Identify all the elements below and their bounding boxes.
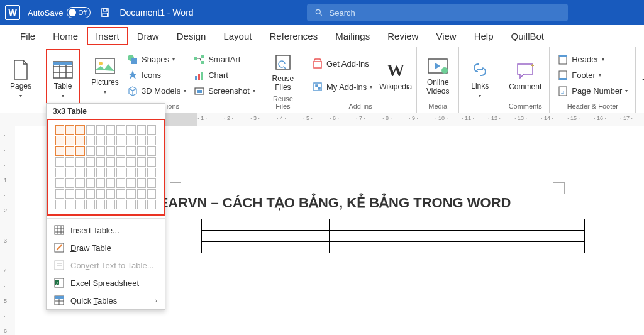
- grid-cell[interactable]: [65, 146, 74, 156]
- tab-home[interactable]: Home: [44, 27, 87, 45]
- my-addins-button[interactable]: My Add-ins ▾: [309, 80, 375, 94]
- tab-layout[interactable]: Layout: [214, 27, 260, 45]
- grid-cell[interactable]: [147, 168, 156, 177]
- insert-table-item[interactable]: Insert Table...: [47, 221, 165, 239]
- grid-cell[interactable]: [75, 136, 84, 145]
- grid-cell[interactable]: [96, 168, 105, 177]
- grid-cell[interactable]: [147, 125, 156, 135]
- grid-cell[interactable]: [126, 200, 135, 209]
- table-cell[interactable]: [457, 242, 585, 253]
- grid-cell[interactable]: [96, 125, 105, 135]
- page-number-button[interactable]: #Page Number ▾: [555, 84, 630, 98]
- table-cell[interactable]: [330, 231, 457, 242]
- grid-cell[interactable]: [106, 178, 115, 188]
- grid-cell[interactable]: [106, 125, 115, 135]
- tab-draw[interactable]: Draw: [128, 27, 168, 45]
- footer-button[interactable]: Footer ▾: [555, 69, 630, 82]
- grid-cell[interactable]: [106, 157, 115, 167]
- tab-file[interactable]: File: [11, 27, 44, 45]
- tab-mailings[interactable]: Mailings: [326, 27, 379, 45]
- grid-cell[interactable]: [86, 178, 95, 188]
- tab-quillbot[interactable]: QuillBot: [502, 27, 553, 45]
- grid-cell[interactable]: [96, 136, 105, 145]
- table-button[interactable]: Table▾: [46, 49, 80, 109]
- grid-cell[interactable]: [147, 189, 156, 199]
- grid-cell[interactable]: [96, 178, 105, 188]
- grid-cell[interactable]: [116, 178, 125, 188]
- grid-cell[interactable]: [116, 157, 125, 167]
- grid-cell[interactable]: [55, 125, 64, 135]
- grid-cell[interactable]: [75, 157, 84, 167]
- grid-cell[interactable]: [86, 136, 95, 145]
- grid-cell[interactable]: [75, 125, 84, 135]
- grid-cell[interactable]: [86, 168, 95, 177]
- grid-cell[interactable]: [126, 189, 135, 199]
- grid-cell[interactable]: [86, 125, 95, 135]
- grid-cell[interactable]: [116, 168, 125, 177]
- grid-cell[interactable]: [86, 157, 95, 167]
- grid-cell[interactable]: [55, 157, 64, 167]
- get-addins-button[interactable]: Get Add-ins: [309, 57, 375, 70]
- table-cell[interactable]: [202, 242, 330, 253]
- text-box-button[interactable]: A Text Box▾: [640, 49, 644, 101]
- grid-cell[interactable]: [65, 178, 74, 188]
- table-cell[interactable]: [202, 219, 330, 231]
- draw-table-item[interactable]: Draw Table: [47, 239, 165, 256]
- grid-cell[interactable]: [106, 168, 115, 177]
- smartart-button[interactable]: SmartArt: [191, 53, 258, 67]
- grid-cell[interactable]: [116, 200, 125, 209]
- document-table[interactable]: [201, 219, 585, 253]
- grid-cell[interactable]: [75, 200, 84, 209]
- table-cell[interactable]: [330, 219, 457, 231]
- grid-cell[interactable]: [116, 136, 125, 145]
- grid-cell[interactable]: [126, 136, 135, 145]
- wikipedia-button[interactable]: W Wikipedia: [379, 49, 413, 101]
- grid-cell[interactable]: [137, 146, 146, 156]
- grid-cell[interactable]: [116, 189, 125, 199]
- table-grid-picker[interactable]: [47, 119, 165, 216]
- grid-cell[interactable]: [75, 146, 84, 156]
- pictures-button[interactable]: Pictures▾: [88, 49, 122, 101]
- grid-cell[interactable]: [86, 200, 95, 209]
- grid-cell[interactable]: [126, 168, 135, 177]
- grid-cell[interactable]: [147, 146, 156, 156]
- excel-spreadsheet-item[interactable]: X Excel Spreadsheet: [47, 274, 165, 292]
- quick-tables-item[interactable]: Quick Tables ›: [47, 292, 165, 309]
- grid-cell[interactable]: [126, 157, 135, 167]
- shapes-button[interactable]: Shapes ▾: [125, 53, 189, 67]
- online-videos-button[interactable]: Online Videos: [421, 49, 455, 101]
- save-icon[interactable]: [99, 7, 111, 18]
- grid-cell[interactable]: [55, 146, 64, 156]
- grid-cell[interactable]: [96, 157, 105, 167]
- grid-cell[interactable]: [116, 125, 125, 135]
- grid-cell[interactable]: [75, 189, 84, 199]
- grid-cell[interactable]: [147, 200, 156, 209]
- grid-cell[interactable]: [55, 178, 64, 188]
- pages-button[interactable]: Pages▾: [4, 49, 38, 109]
- grid-cell[interactable]: [75, 178, 84, 188]
- links-button[interactable]: Links▾: [463, 49, 497, 109]
- vertical-ruler[interactable]: ···1·2·3·4·5·6: [0, 126, 15, 335]
- grid-cell[interactable]: [106, 146, 115, 156]
- grid-cell[interactable]: [137, 168, 146, 177]
- grid-cell[interactable]: [137, 125, 146, 135]
- table-cell[interactable]: [457, 219, 585, 231]
- tab-review[interactable]: Review: [379, 27, 427, 45]
- grid-cell[interactable]: [126, 146, 135, 156]
- grid-cell[interactable]: [65, 168, 74, 177]
- grid-cell[interactable]: [126, 178, 135, 188]
- chart-button[interactable]: Chart: [191, 69, 258, 82]
- grid-cell[interactable]: [96, 146, 105, 156]
- grid-cell[interactable]: [96, 200, 105, 209]
- table-cell[interactable]: [457, 231, 585, 242]
- grid-cell[interactable]: [65, 200, 74, 209]
- grid-cell[interactable]: [55, 136, 64, 145]
- grid-cell[interactable]: [65, 125, 74, 135]
- grid-cell[interactable]: [75, 168, 84, 177]
- tab-references[interactable]: References: [260, 27, 326, 45]
- grid-cell[interactable]: [147, 178, 156, 188]
- table-cell[interactable]: [202, 231, 330, 242]
- grid-cell[interactable]: [55, 168, 64, 177]
- grid-cell[interactable]: [65, 189, 74, 199]
- grid-cell[interactable]: [106, 200, 115, 209]
